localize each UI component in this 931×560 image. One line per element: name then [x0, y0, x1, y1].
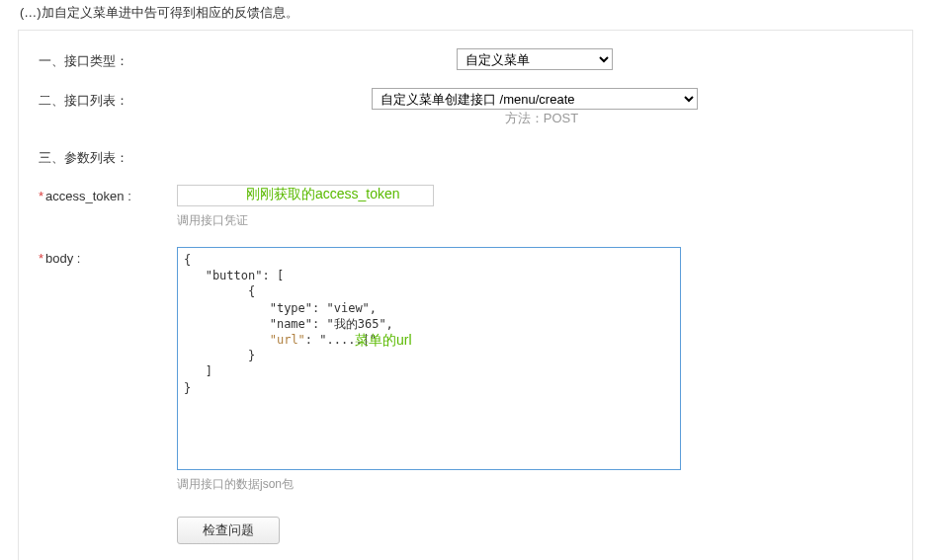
desc-access-token: 调用接口凭证	[177, 212, 892, 229]
label-interface-type: 一、接口类型：	[39, 48, 177, 70]
select-interface-type[interactable]: 自定义菜单	[457, 48, 613, 70]
page-header-text: (…)加自定义菜单进中告可得到相应的反馈信息。	[0, 0, 931, 30]
textarea-body[interactable]: { "button": [ { "type": "view", "name": …	[177, 247, 681, 470]
row-submit: 检查问题	[19, 517, 912, 544]
input-access-token[interactable]	[177, 185, 434, 206]
label-access-token: *access_token :	[39, 185, 177, 203]
row-api-list: 二、接口列表： 自定义菜单创建接口 /menu/create 方法：POST	[19, 88, 912, 127]
desc-body: 调用接口的数据json包	[177, 476, 892, 493]
row-body: *body : { "button": [ { "type": "view", …	[19, 247, 912, 493]
row-access-token: *access_token : 刚刚获取的access_token 调用接口凭证	[19, 185, 912, 229]
check-button[interactable]: 检查问题	[177, 517, 280, 544]
row-params-header: 三、参数列表：	[19, 145, 912, 167]
select-api-list[interactable]: 自定义菜单创建接口 /menu/create	[372, 88, 698, 110]
label-api-list: 二、接口列表：	[39, 88, 177, 110]
row-interface-type: 一、接口类型： 自定义菜单	[19, 48, 912, 70]
method-label: 方法：POST	[505, 110, 578, 127]
form-panel: 一、接口类型： 自定义菜单 二、接口列表： 自定义菜单创建接口 /menu/cr…	[18, 30, 913, 560]
label-body: *body :	[39, 247, 177, 266]
label-params-header: 三、参数列表：	[39, 145, 177, 167]
